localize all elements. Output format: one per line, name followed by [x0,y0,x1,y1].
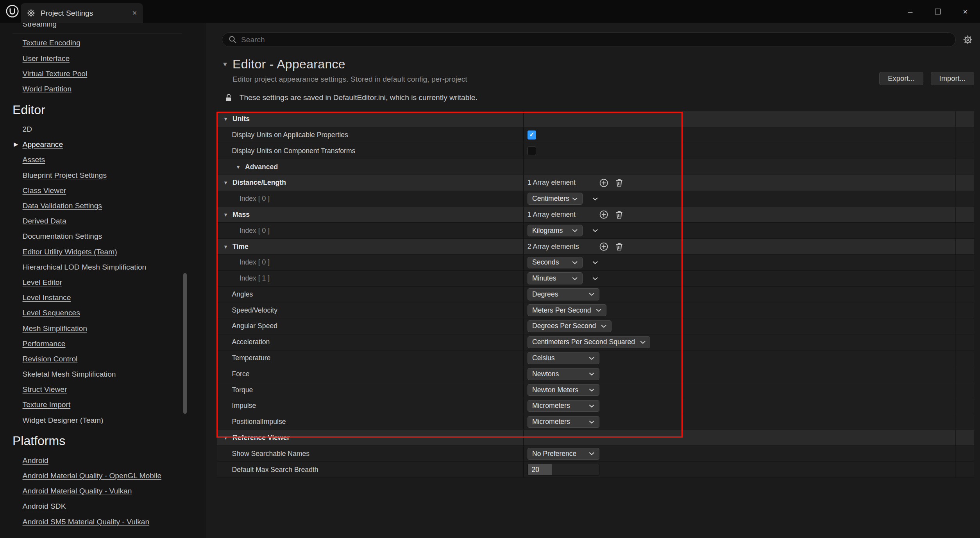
collapse-caret-icon[interactable]: ▼ [223,212,228,218]
advanced-subsection-row[interactable]: ▼ Advanced [217,159,974,175]
array-property-header-row[interactable]: ▼ Mass 1 Array element [217,207,974,223]
project-settings-tab[interactable]: Project Settings × [21,3,143,23]
element-options-dropdown[interactable] [589,255,602,270]
sidebar-item[interactable]: ▶Mesh Simplification [23,321,206,336]
dropdown-value: Centimeters Per Second Squared [532,338,635,346]
unit-dropdown[interactable]: Meters Per Second [528,304,606,316]
chevron-down-icon [589,452,594,455]
settings-dropdown-row: Angles Degrees [217,287,974,303]
sidebar-item[interactable]: ▶Appearance [23,137,206,152]
delete-array-elements-icon[interactable] [615,207,623,223]
sidebar-item[interactable]: ▶Struct Viewer [23,382,206,397]
checkbox[interactable]: ✓ [528,147,536,155]
unit-dropdown[interactable]: Seconds [528,257,583,268]
add-array-element-icon[interactable] [599,239,608,254]
search-input[interactable] [241,36,949,44]
unit-dropdown[interactable]: Centimeters [528,193,583,204]
unit-dropdown[interactable]: No Preference [528,448,599,459]
sidebar-item[interactable]: ▶Streaming [23,23,206,32]
dropdown-value: No Preference [532,450,576,458]
property-label: Acceleration [232,338,270,346]
sidebar-item[interactable]: ▶Android SDK [23,499,206,514]
chevron-down-icon [589,420,594,424]
unit-dropdown[interactable]: Newtons [528,368,599,380]
dropdown-value: Kilograms [532,227,563,235]
sidebar-item[interactable]: ▶Class Viewer [23,183,206,198]
sidebar-item[interactable]: ▶Android [23,453,206,468]
collapse-caret-icon[interactable]: ▼ [223,116,228,122]
property-label: Display Units on Component Transforms [232,147,356,155]
export-button[interactable]: Export... [879,72,923,85]
number-input[interactable]: 20 [528,464,599,475]
unit-dropdown[interactable]: Micrometers [528,416,599,428]
close-button[interactable]: × [951,0,979,23]
sidebar-item[interactable]: ▶Blueprint Project Settings [23,168,206,183]
sidebar-item[interactable]: ▶Texture Import [23,397,206,412]
element-options-dropdown[interactable] [589,191,602,207]
sidebar-item[interactable]: ▶2D [23,122,206,137]
element-options-dropdown[interactable] [589,223,602,238]
section-collapse-caret-icon[interactable]: ▼ [222,61,228,68]
maximize-button[interactable] [924,0,951,23]
sidebar-item[interactable]: ▶Derived Data [23,213,206,229]
tab-close-icon[interactable]: × [132,9,137,17]
unit-dropdown[interactable]: Celsius [528,352,599,364]
collapse-caret-icon[interactable]: ▼ [223,244,228,250]
sidebar-item[interactable]: ▶Assets [23,152,206,167]
element-options-dropdown[interactable] [589,271,602,286]
sidebar-item[interactable]: ▶Performance [23,336,206,351]
unit-dropdown[interactable]: Minutes [528,272,583,284]
sidebar-item[interactable]: ▶Level Instance [23,290,206,305]
sidebar-divider [13,34,182,34]
unit-dropdown[interactable]: Newton Meters [528,384,599,396]
collapse-caret-icon[interactable]: ▼ [223,435,228,441]
unit-dropdown[interactable]: Centimeters Per Second Squared [528,336,651,348]
sidebar-item[interactable]: ▶Widget Designer (Team) [23,413,206,428]
property-label: Force [232,370,250,378]
add-array-element-icon[interactable] [599,207,608,223]
unit-dropdown[interactable]: Kilograms [528,225,583,236]
sidebar-item[interactable]: ▶Data Validation Settings [23,198,206,213]
sidebar-item[interactable]: ▶Texture Encoding [23,35,206,50]
sidebar-item[interactable]: ▶Hierarchical LOD Mesh Simplification [23,259,206,275]
chevron-down-icon [640,341,646,344]
chevron-down-icon [572,261,578,264]
settings-section-header-row[interactable]: ▼ Units [217,111,974,127]
collapse-caret-icon[interactable]: ▼ [223,180,228,186]
dropdown-value: Degrees [532,290,558,298]
sidebar-scrollbar-thumb[interactable] [183,273,187,414]
property-label: Default Max Search Breadth [232,466,318,474]
checkbox[interactable]: ✓ [528,130,536,139]
sidebar-item[interactable]: ▶Android SM5 Material Quality - Vulkan [23,514,206,529]
sidebar-item[interactable]: ▶Level Editor [23,275,206,290]
dropdown-value: Celsius [532,354,555,362]
sidebar-item[interactable]: ▶World Partition [23,81,206,97]
sidebar-item[interactable]: ▶Skeletal Mesh Simplification [23,366,206,382]
sidebar-item[interactable]: ▶Revision Control [23,351,206,366]
array-property-header-row[interactable]: ▼ Distance/Length 1 Array element [217,175,974,191]
unit-dropdown[interactable]: Degrees [528,288,599,300]
delete-array-elements-icon[interactable] [615,239,623,254]
add-array-element-icon[interactable] [599,175,608,191]
sidebar-item[interactable]: ▶Editor Utility Widgets (Team) [23,244,206,259]
settings-table: ▼ Units Display Units on Applicable Prop… [217,111,974,478]
sidebar-item[interactable]: ▶Documentation Settings [23,229,206,244]
sidebar-item[interactable]: ▶Android Material Quality - OpenGL Mobil… [23,468,206,483]
collapse-caret-icon[interactable]: ▼ [236,164,241,170]
minimize-button[interactable]: – [896,0,924,23]
import-button[interactable]: Import... [931,72,974,85]
property-label: Torque [232,386,253,394]
sidebar-item[interactable]: ▶Level Sequences [23,305,206,320]
delete-array-elements-icon[interactable] [615,175,623,191]
sidebar-item[interactable]: ▶Android Material Quality - Vulkan [23,483,206,499]
property-label: Impulse [232,402,256,410]
sidebar-item[interactable]: ▶User Interface [23,51,206,66]
sidebar-section-header: Editor [13,100,206,119]
unit-dropdown[interactable]: Micrometers [528,400,599,412]
view-options-gear-icon[interactable] [962,35,974,45]
settings-section-header-row[interactable]: ▼ Reference Viewer [217,430,974,446]
array-property-header-row[interactable]: ▼ Time 2 Array elements [217,239,974,255]
property-label: Temperature [232,354,271,362]
unit-dropdown[interactable]: Degrees Per Second [528,320,612,332]
sidebar-item[interactable]: ▶Virtual Texture Pool [23,66,206,81]
